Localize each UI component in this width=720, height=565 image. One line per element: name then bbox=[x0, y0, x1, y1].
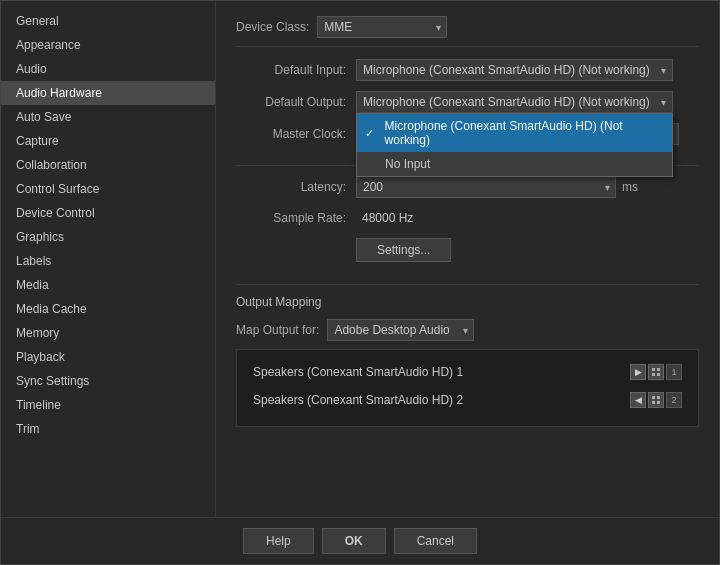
dropdown-item-no-input[interactable]: No Input bbox=[357, 152, 672, 176]
svg-rect-3 bbox=[657, 373, 660, 376]
device-class-row: Device Class: MME ASIO WDM bbox=[236, 16, 699, 47]
channel-grid-icon-1[interactable] bbox=[648, 364, 664, 380]
default-output-dropdown-menu: ✓ Microphone (Conexant SmartAudio HD) (N… bbox=[356, 113, 673, 177]
dialog-footer: Help OK Cancel bbox=[1, 517, 719, 564]
default-output-label: Default Output: bbox=[236, 95, 356, 109]
map-output-label: Map Output for: bbox=[236, 323, 319, 337]
sidebar-item-playback[interactable]: Playback bbox=[1, 345, 215, 369]
latency-row: Latency: 200 100 400 ms bbox=[236, 176, 699, 198]
svg-rect-5 bbox=[657, 396, 660, 399]
device-class-select-wrapper[interactable]: MME ASIO WDM bbox=[317, 16, 447, 38]
main-content: Device Class: MME ASIO WDM Default Input… bbox=[216, 1, 719, 517]
sidebar-item-audio-hardware[interactable]: Audio Hardware bbox=[1, 81, 215, 105]
checkmark-icon: ✓ bbox=[365, 127, 381, 140]
default-input-display[interactable]: Microphone (Conexant SmartAudio HD) (Not… bbox=[356, 59, 673, 81]
output-row-2: Speakers (Conexant SmartAudio HD) 2◀2 bbox=[247, 388, 688, 412]
svg-rect-2 bbox=[652, 373, 655, 376]
output-buttons-1: ▶1 bbox=[630, 364, 682, 380]
default-output-row: Default Output: Microphone (Conexant Sma… bbox=[236, 91, 699, 113]
sample-rate-label: Sample Rate: bbox=[236, 211, 356, 225]
sidebar-item-control-surface[interactable]: Control Surface bbox=[1, 177, 215, 201]
sidebar-item-graphics[interactable]: Graphics bbox=[1, 225, 215, 249]
sample-rate-row: Sample Rate: 48000 Hz bbox=[236, 208, 699, 228]
map-output-select-wrapper[interactable]: Adobe Desktop Audio bbox=[327, 319, 474, 341]
sidebar-item-sync-settings[interactable]: Sync Settings bbox=[1, 369, 215, 393]
channel-grid-icon-2[interactable] bbox=[648, 392, 664, 408]
svg-rect-0 bbox=[652, 368, 655, 371]
play-back-icon[interactable]: ◀ bbox=[630, 392, 646, 408]
dropdown-item-microphone[interactable]: ✓ Microphone (Conexant SmartAudio HD) (N… bbox=[357, 114, 672, 152]
help-button[interactable]: Help bbox=[243, 528, 314, 554]
sidebar: GeneralAppearanceAudioAudio HardwareAuto… bbox=[1, 1, 216, 517]
settings-btn-row: Settings... bbox=[236, 238, 699, 262]
sidebar-item-auto-save[interactable]: Auto Save bbox=[1, 105, 215, 129]
sidebar-item-timeline[interactable]: Timeline bbox=[1, 393, 215, 417]
output-mapping-title: Output Mapping bbox=[236, 295, 699, 309]
latency-select-wrap[interactable]: 200 100 400 bbox=[356, 176, 616, 198]
latency-unit: ms bbox=[622, 180, 638, 194]
default-input-dropdown-container: Microphone (Conexant SmartAudio HD) (Not… bbox=[356, 59, 673, 81]
divider-2 bbox=[236, 284, 699, 285]
default-input-label: Default Input: bbox=[236, 63, 356, 77]
output-label-1: Speakers (Conexant SmartAudio HD) 1 bbox=[253, 365, 630, 379]
cancel-button[interactable]: Cancel bbox=[394, 528, 477, 554]
output-label-2: Speakers (Conexant SmartAudio HD) 2 bbox=[253, 393, 630, 407]
latency-controls: 200 100 400 ms bbox=[356, 176, 638, 198]
ok-button[interactable]: OK bbox=[322, 528, 386, 554]
latency-label: Latency: bbox=[236, 180, 356, 194]
output-row-1: Speakers (Conexant SmartAudio HD) 1▶1 bbox=[247, 360, 688, 384]
sidebar-item-appearance[interactable]: Appearance bbox=[1, 33, 215, 57]
svg-rect-1 bbox=[657, 368, 660, 371]
svg-rect-4 bbox=[652, 396, 655, 399]
sidebar-item-capture[interactable]: Capture bbox=[1, 129, 215, 153]
default-input-row: Default Input: Microphone (Conexant Smar… bbox=[236, 59, 699, 81]
preferences-dialog: GeneralAppearanceAudioAudio HardwareAuto… bbox=[0, 0, 720, 565]
device-class-select[interactable]: MME ASIO WDM bbox=[317, 16, 447, 38]
map-output-select[interactable]: Adobe Desktop Audio bbox=[327, 319, 474, 341]
channel-number-1[interactable]: 1 bbox=[666, 364, 682, 380]
svg-rect-6 bbox=[652, 401, 655, 404]
sidebar-item-audio[interactable]: Audio bbox=[1, 57, 215, 81]
output-mapping-section: Output Mapping Map Output for: Adobe Des… bbox=[236, 295, 699, 427]
master-clock-label: Master Clock: bbox=[236, 127, 356, 141]
sample-rate-value: 48000 Hz bbox=[356, 208, 419, 228]
device-class-label: Device Class: bbox=[236, 20, 309, 34]
sidebar-item-general[interactable]: General bbox=[1, 9, 215, 33]
svg-rect-7 bbox=[657, 401, 660, 404]
sidebar-item-media-cache[interactable]: Media Cache bbox=[1, 297, 215, 321]
dropdown-item-label-2: No Input bbox=[385, 157, 430, 171]
sidebar-item-memory[interactable]: Memory bbox=[1, 321, 215, 345]
sidebar-item-collaboration[interactable]: Collaboration bbox=[1, 153, 215, 177]
sidebar-item-media[interactable]: Media bbox=[1, 273, 215, 297]
default-output-display[interactable]: Microphone (Conexant SmartAudio HD) (Not… bbox=[356, 91, 673, 113]
play-forward-icon[interactable]: ▶ bbox=[630, 364, 646, 380]
settings-button[interactable]: Settings... bbox=[356, 238, 451, 262]
dropdown-item-label: Microphone (Conexant SmartAudio HD) (Not… bbox=[385, 119, 664, 147]
sidebar-item-device-control[interactable]: Device Control bbox=[1, 201, 215, 225]
sidebar-item-trim[interactable]: Trim bbox=[1, 417, 215, 441]
output-buttons-2: ◀2 bbox=[630, 392, 682, 408]
default-output-dropdown-container: Microphone (Conexant SmartAudio HD) (Not… bbox=[356, 91, 673, 113]
output-mapping-area: Speakers (Conexant SmartAudio HD) 1▶1Spe… bbox=[236, 349, 699, 427]
map-output-row: Map Output for: Adobe Desktop Audio bbox=[236, 319, 699, 341]
sidebar-item-labels[interactable]: Labels bbox=[1, 249, 215, 273]
channel-number-2[interactable]: 2 bbox=[666, 392, 682, 408]
latency-select[interactable]: 200 100 400 bbox=[356, 176, 616, 198]
dialog-body: GeneralAppearanceAudioAudio HardwareAuto… bbox=[1, 1, 719, 517]
